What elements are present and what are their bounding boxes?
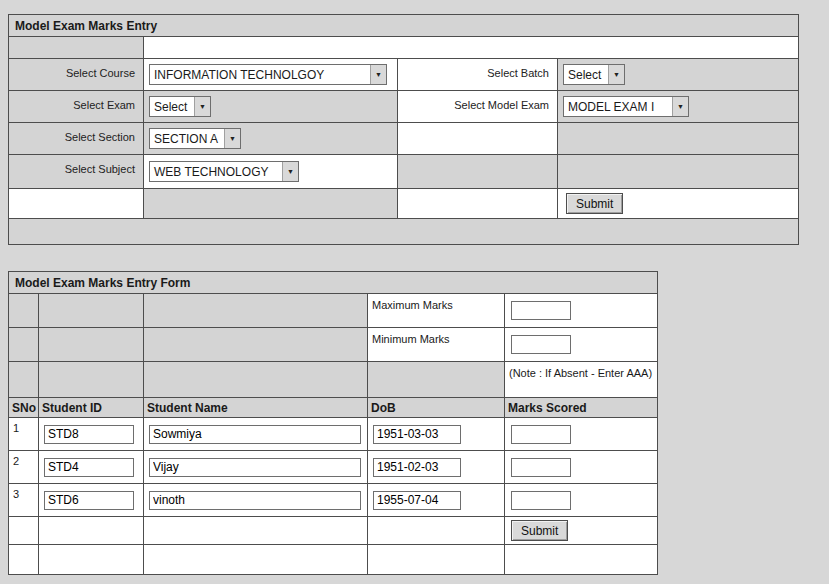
subject-select[interactable]: WEB TECHNOLOGY ▼ xyxy=(149,161,299,182)
col-header-marks-scored: Marks Scored xyxy=(505,398,658,418)
marks-submit-button[interactable]: Submit xyxy=(511,520,568,541)
empty-cell xyxy=(144,362,368,398)
select-subject-label: Select Subject xyxy=(9,155,144,189)
model-exam-select[interactable]: MODEL EXAM I ▼ xyxy=(563,96,689,117)
empty-cell xyxy=(9,219,799,245)
section-select-cell: SECTION A ▼ xyxy=(144,123,398,155)
dob-input[interactable] xyxy=(373,425,461,444)
student-name-cell xyxy=(144,484,368,517)
student-id-cell xyxy=(39,451,144,484)
empty-cell xyxy=(39,362,144,398)
empty-cell xyxy=(368,545,505,575)
absent-note: (Note : If Absent - Enter AAA) xyxy=(505,362,658,398)
empty-cell xyxy=(9,294,39,328)
course-select-cell: INFORMATION TECHNOLGOY ▼ xyxy=(144,59,398,91)
col-header-student-id: Student ID xyxy=(39,398,144,418)
marks-entry-table: Model Exam Marks Entry Form Maximum Mark… xyxy=(8,271,658,575)
empty-cell xyxy=(368,362,505,398)
empty-cell xyxy=(39,328,144,362)
student-id-input[interactable] xyxy=(44,458,134,477)
dob-input[interactable] xyxy=(373,458,461,477)
minimum-marks-label: Minimum Marks xyxy=(368,328,505,362)
chevron-down-icon: ▼ xyxy=(282,162,298,181)
row-number: 2 xyxy=(9,451,39,484)
empty-cell xyxy=(9,328,39,362)
marks-submit-cell: Submit xyxy=(505,517,658,545)
course-select-value: INFORMATION TECHNOLGOY xyxy=(150,65,370,84)
empty-cell xyxy=(9,517,39,545)
marks-form-title: Model Exam Marks Entry Form xyxy=(9,272,658,294)
row-number: 1 xyxy=(9,418,39,451)
empty-cell xyxy=(398,189,558,219)
marks-scored-input[interactable] xyxy=(511,458,571,477)
empty-cell xyxy=(144,545,368,575)
dob-cell xyxy=(368,418,505,451)
minimum-marks-cell xyxy=(505,328,658,362)
chevron-down-icon: ▼ xyxy=(370,65,386,84)
student-id-cell xyxy=(39,484,144,517)
chevron-down-icon: ▼ xyxy=(224,129,240,148)
entry-form-title: Model Exam Marks Entry xyxy=(9,15,799,37)
marks-scored-input[interactable] xyxy=(511,491,571,510)
chevron-down-icon: ▼ xyxy=(672,97,688,116)
subject-select-value: WEB TECHNOLOGY xyxy=(150,162,282,181)
empty-cell xyxy=(39,517,144,545)
student-name-cell xyxy=(144,418,368,451)
dob-cell xyxy=(368,451,505,484)
subject-select-cell: WEB TECHNOLOGY ▼ xyxy=(144,155,398,189)
col-header-sno: SNo xyxy=(9,398,39,418)
row-number: 3 xyxy=(9,484,39,517)
exam-select[interactable]: Select ▼ xyxy=(149,96,211,117)
empty-cell xyxy=(398,123,558,155)
minimum-marks-input[interactable] xyxy=(511,335,571,354)
entry-submit-button[interactable]: Submit xyxy=(566,193,623,214)
empty-cell xyxy=(144,294,368,328)
table-row: 1 xyxy=(9,418,658,451)
exam-select-value: Select xyxy=(150,97,194,116)
marks-scored-cell xyxy=(505,451,658,484)
empty-cell xyxy=(144,37,799,59)
col-header-student-name: Student Name xyxy=(144,398,368,418)
select-model-exam-label: Select Model Exam xyxy=(398,91,558,123)
marks-scored-cell xyxy=(505,418,658,451)
empty-cell xyxy=(9,37,144,59)
course-select[interactable]: INFORMATION TECHNOLGOY ▼ xyxy=(149,64,387,85)
exam-selection-table: Model Exam Marks Entry Select Course INF… xyxy=(8,14,799,245)
batch-select[interactable]: Select ▼ xyxy=(563,64,625,85)
empty-cell xyxy=(368,517,505,545)
empty-cell xyxy=(39,294,144,328)
select-section-label: Select Section xyxy=(9,123,144,155)
select-batch-label: Select Batch xyxy=(398,59,558,91)
section-select-value: SECTION A xyxy=(150,129,224,148)
select-course-label: Select Course xyxy=(9,59,144,91)
chevron-down-icon: ▼ xyxy=(194,97,210,116)
student-name-cell xyxy=(144,451,368,484)
select-exam-label: Select Exam xyxy=(9,91,144,123)
section-select[interactable]: SECTION A ▼ xyxy=(149,128,241,149)
maximum-marks-label: Maximum Marks xyxy=(368,294,505,328)
maximum-marks-cell xyxy=(505,294,658,328)
table-row: 3 xyxy=(9,484,658,517)
student-id-input[interactable] xyxy=(44,491,134,510)
empty-cell xyxy=(9,362,39,398)
student-name-input[interactable] xyxy=(149,491,361,510)
col-header-dob: DoB xyxy=(368,398,505,418)
marks-scored-input[interactable] xyxy=(511,425,571,444)
student-id-cell xyxy=(39,418,144,451)
student-name-input[interactable] xyxy=(149,425,361,444)
model-exam-select-cell: MODEL EXAM I ▼ xyxy=(558,91,799,123)
entry-submit-cell: Submit xyxy=(558,189,799,219)
marks-scored-cell xyxy=(505,484,658,517)
batch-select-value: Select xyxy=(564,65,608,84)
dob-input[interactable] xyxy=(373,491,461,510)
batch-select-cell: Select ▼ xyxy=(558,59,799,91)
student-id-input[interactable] xyxy=(44,425,134,444)
empty-cell xyxy=(9,545,39,575)
empty-cell xyxy=(505,545,658,575)
empty-cell xyxy=(9,189,144,219)
empty-cell xyxy=(558,155,799,189)
student-name-input[interactable] xyxy=(149,458,361,477)
maximum-marks-input[interactable] xyxy=(511,301,571,320)
table-row: 2 xyxy=(9,451,658,484)
empty-cell xyxy=(39,545,144,575)
